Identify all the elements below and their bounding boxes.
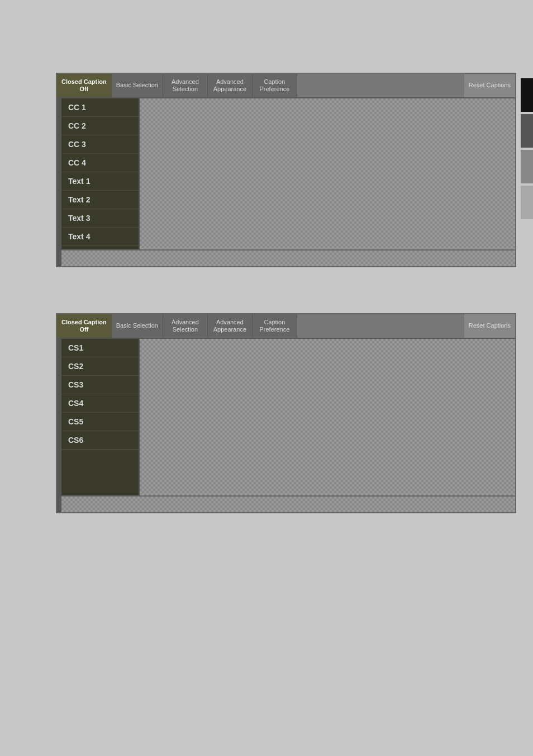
list-item-cc3[interactable]: CC 3 (61, 135, 139, 154)
list-item-text2[interactable]: Text 2 (61, 191, 139, 209)
panel-1-bottom (61, 249, 515, 266)
tab-basic-selection[interactable]: Basic Selection (112, 74, 163, 97)
panel-2: Closed Caption Off Basic Selection Advan… (56, 313, 516, 513)
list-item-text3[interactable]: Text 3 (61, 209, 139, 228)
tab-closed-caption-off-2[interactable]: Closed Caption Off (57, 314, 112, 338)
caption-panel-1: Closed Caption Off Basic Selection Advan… (56, 73, 516, 267)
panel-1-content: CC 1 CC 2 CC 3 CC 4 Text 1 Text 2 Text 3… (61, 98, 515, 266)
item-list-1: CC 1 CC 2 CC 3 CC 4 Text 1 Text 2 Text 3… (61, 98, 140, 249)
tab-reset-captions-2[interactable]: Reset Captions (464, 314, 515, 338)
tab-bar-2: Closed Caption Off Basic Selection Advan… (57, 314, 515, 339)
side-tab-dark-gray[interactable] (521, 114, 533, 148)
panel-2-content: CS1 CS2 CS3 CS4 CS5 CS6 (61, 339, 515, 512)
tab-advanced-appearance-2[interactable]: Advanced Appearance (208, 314, 253, 338)
list-item-cs2[interactable]: CS2 (61, 357, 139, 376)
tab-caption-preference-2[interactable]: Caption Preference (253, 314, 297, 338)
panel-2-left-edge (57, 339, 61, 512)
tab-reset-captions[interactable]: Reset Captions (464, 74, 515, 97)
panel-1-body: CC 1 CC 2 CC 3 CC 4 Text 1 Text 2 Text 3… (57, 98, 515, 266)
tab-advanced-appearance[interactable]: Advanced Appearance (208, 74, 253, 97)
panel-1-left-edge (57, 98, 61, 266)
tab-bar-1: Closed Caption Off Basic Selection Advan… (57, 74, 515, 98)
item-list-2: CS1 CS2 CS3 CS4 CS5 CS6 (61, 339, 140, 495)
panel-2-body: CS1 CS2 CS3 CS4 CS5 CS6 (57, 339, 515, 512)
tab-advanced-selection-2[interactable]: Advanced Selection (163, 314, 208, 338)
side-tab-medium-gray[interactable] (521, 150, 533, 183)
tab-advanced-selection[interactable]: Advanced Selection (163, 74, 208, 97)
list-item-text1[interactable]: Text 1 (61, 172, 139, 191)
caption-panel-2: Closed Caption Off Basic Selection Advan… (56, 313, 516, 513)
list-item-cs6[interactable]: CS6 (61, 431, 139, 450)
list-item-cc1[interactable]: CC 1 (61, 98, 139, 117)
panel-1-checkered (140, 98, 515, 249)
list-item-cs3[interactable]: CS3 (61, 376, 139, 394)
list-item-cs1[interactable]: CS1 (61, 339, 139, 357)
side-tab-light-gray[interactable] (521, 186, 533, 219)
list-item-cc2[interactable]: CC 2 (61, 117, 139, 135)
tab-basic-selection-2[interactable]: Basic Selection (112, 314, 163, 338)
list-item-cc4[interactable]: CC 4 (61, 154, 139, 172)
tab-closed-caption-off[interactable]: Closed Caption Off (57, 74, 112, 97)
panel-1: Closed Caption Off Basic Selection Advan… (56, 73, 516, 267)
side-tab-black[interactable] (521, 78, 533, 112)
panel-2-checkered (140, 339, 515, 495)
list-item-cs4[interactable]: CS4 (61, 394, 139, 413)
panel-2-bottom (61, 495, 515, 512)
list-item-cs5[interactable]: CS5 (61, 413, 139, 431)
list-item-text4[interactable]: Text 4 (61, 228, 139, 246)
tab-caption-preference[interactable]: Caption Preference (253, 74, 297, 97)
side-tabs (521, 78, 533, 219)
